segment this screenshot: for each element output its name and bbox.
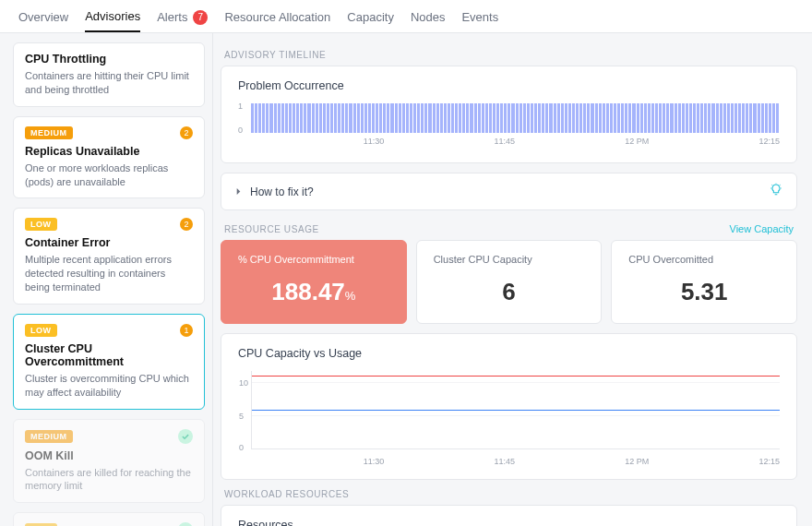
- timeline-title: Problem Occurrence: [238, 79, 780, 92]
- capacity-xaxis: . 11:30 11:45 12 PM 12:15: [251, 453, 780, 466]
- timeline-panel: Problem Occurrence 1 0 . 11:30 11:45 12 …: [221, 66, 797, 163]
- capacity-chart: 10 5 0: [251, 371, 780, 449]
- tab-alerts-label: Alerts: [157, 10, 187, 24]
- lightbulb-icon: [769, 183, 783, 200]
- stat-cluster-cpu-capacity: Cluster CPU Capacity 6: [416, 240, 603, 324]
- advisory-count: 2: [180, 126, 193, 139]
- tab-capacity[interactable]: Capacity: [347, 9, 394, 32]
- stat-value: 188.47%: [238, 278, 389, 306]
- tab-events[interactable]: Events: [461, 9, 498, 32]
- cap-ytick: 0: [239, 443, 244, 452]
- timeline-section-label: ADVISORY TIMELINE: [224, 50, 794, 60]
- stat-cpu-overcommitted: CPU Overcomitted 5.31: [611, 240, 797, 324]
- cap-xtick: 12:15: [758, 457, 780, 466]
- timeline-ytick: 1: [238, 102, 243, 111]
- advisory-title: CPU Throttling: [25, 53, 193, 66]
- tab-nodes[interactable]: Nodes: [411, 9, 446, 32]
- timeline-xtick: 12 PM: [625, 137, 649, 146]
- severity-badge: MEDIUM: [25, 430, 73, 443]
- stat-label: CPU Overcomitted: [628, 254, 780, 265]
- advisory-card-cpu-throttling[interactable]: CPU Throttling Containers are hitting th…: [13, 42, 205, 107]
- advisory-desc: Multiple recent application errors detec…: [25, 253, 193, 294]
- severity-badge: LOW: [25, 324, 57, 337]
- stat-label: Cluster CPU Capacity: [434, 254, 585, 265]
- resource-usage-label: RESOURCE USAGE: [224, 224, 319, 234]
- advisory-desc: One or more workloads replicas (pods) ar…: [25, 161, 193, 189]
- capacity-line-red: [252, 376, 780, 377]
- advisory-desc: Containers are killed for reaching the m…: [25, 466, 193, 494]
- cap-xtick: 12 PM: [625, 457, 649, 466]
- stat-row: % CPU Overcommittment 188.47% Cluster CP…: [221, 240, 797, 324]
- workload-title: Resources: [238, 519, 780, 526]
- capacity-panel: CPU Capacity vs Usage 10 5 0 . 11:30 11:…: [221, 333, 797, 480]
- tabs-bar: Overview Advisories Alerts 7 Resource Al…: [0, 0, 812, 33]
- advisory-desc: Cluster is overcommiting CPU which may a…: [25, 372, 193, 400]
- timeline-xaxis: . 11:30 11:45 12 PM 12:15: [251, 133, 780, 146]
- capacity-title: CPU Capacity vs Usage: [238, 347, 780, 360]
- advisory-card-oom-kill[interactable]: MEDIUM OOM Kill Containers are killed fo…: [13, 419, 205, 504]
- timeline-xtick: 11:45: [494, 137, 515, 146]
- how-to-fix-label: How to fix it?: [250, 185, 314, 198]
- advisory-sidebar: CPU Throttling Containers are hitting th…: [0, 33, 212, 526]
- advisory-card-cpu-overcommit[interactable]: LOW 1 Cluster CPU Overcommittment Cluste…: [13, 314, 205, 410]
- cap-xtick: 11:30: [364, 457, 385, 466]
- timeline-bars: [251, 103, 780, 133]
- tab-alerts[interactable]: Alerts 7: [157, 9, 208, 32]
- tab-resource-allocation[interactable]: Resource Allocation: [224, 9, 330, 32]
- alerts-badge: 7: [193, 10, 208, 25]
- advisory-desc: Containers are hitting their CPU limit a…: [25, 69, 193, 97]
- cap-ytick: 10: [239, 378, 248, 388]
- timeline-chart: 1 0 . 11:30 11:45 12 PM 12:15: [238, 103, 780, 149]
- advisory-card-mem-overcommit[interactable]: LOW Cluster Memory Overcommittment Clust…: [13, 512, 205, 526]
- advisory-title: OOM Kill: [25, 449, 193, 462]
- cap-xtick: 11:45: [494, 457, 515, 466]
- advisory-title: Replicas Unavailable: [25, 145, 193, 158]
- stat-value: 5.31: [628, 278, 780, 306]
- check-icon: [178, 429, 193, 444]
- main-pane: ADVISORY TIMELINE Problem Occurrence 1 0…: [212, 33, 812, 526]
- capacity-line-blue: [252, 410, 780, 411]
- advisory-card-container-error[interactable]: LOW 2 Container Error Multiple recent ap…: [13, 208, 205, 305]
- how-to-fix-toggle[interactable]: How to fix it?: [221, 173, 797, 210]
- tab-advisories[interactable]: Advisories: [85, 9, 140, 32]
- timeline-ytick: 0: [238, 126, 243, 135]
- view-capacity-link[interactable]: View Capacity: [730, 223, 794, 234]
- advisory-card-replicas[interactable]: MEDIUM 2 Replicas Unavailable One or mor…: [13, 116, 205, 199]
- advisory-title: Cluster CPU Overcommittment: [25, 342, 193, 368]
- severity-badge: MEDIUM: [25, 126, 73, 139]
- check-icon: [178, 522, 193, 526]
- timeline-xtick: 12:15: [758, 137, 780, 146]
- severity-badge: LOW: [25, 218, 57, 231]
- workload-section-label: WORKLOAD RESOURCES: [224, 489, 794, 499]
- stat-cpu-overcommit-pct: % CPU Overcommittment 188.47%: [221, 240, 407, 324]
- chevron-right-icon: [234, 185, 243, 198]
- advisory-count: 1: [180, 324, 193, 337]
- stat-value: 6: [434, 278, 585, 306]
- tab-overview[interactable]: Overview: [18, 9, 68, 32]
- advisory-title: Container Error: [25, 236, 193, 249]
- workload-panel: Resources Namespace Total CPU Limit CPU …: [221, 505, 797, 526]
- advisory-count: 2: [180, 218, 193, 231]
- timeline-xtick: 11:30: [364, 137, 385, 146]
- stat-label: % CPU Overcommittment: [238, 254, 389, 265]
- cap-ytick: 5: [239, 412, 244, 421]
